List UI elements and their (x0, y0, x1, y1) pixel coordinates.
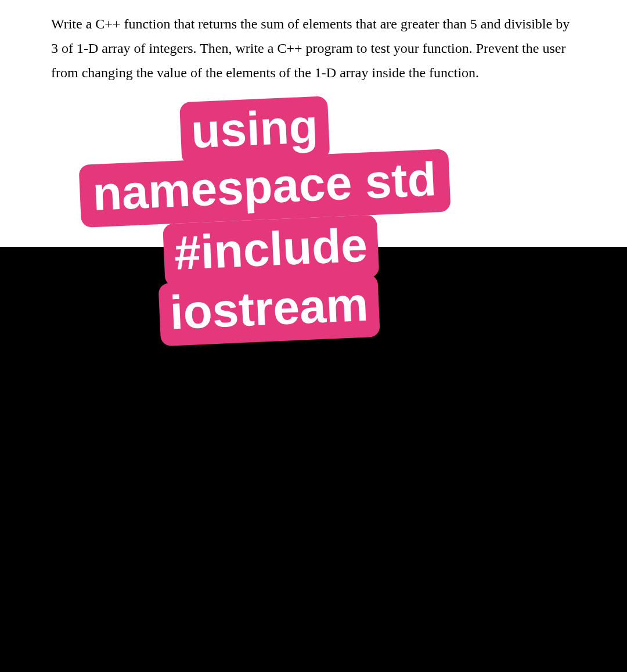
sticker-word-iostream: iostream (158, 274, 380, 346)
sticker-word-namespace-std: namespace std (79, 149, 451, 228)
code-sticker: using namespace std #include iostream (76, 91, 458, 351)
question-text: Write a C++ function that returns the su… (0, 0, 627, 85)
